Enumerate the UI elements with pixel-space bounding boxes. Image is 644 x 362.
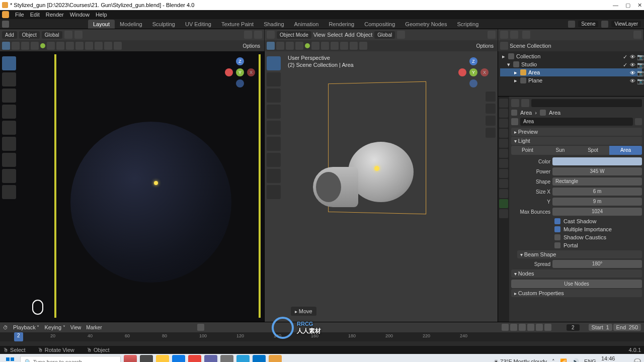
nav-gizmo-right[interactable]: Z Y X bbox=[458, 57, 489, 87]
timeline-view-menu[interactable]: View bbox=[70, 325, 82, 330]
props-type-icon[interactable] bbox=[511, 99, 519, 107]
sizex-input[interactable]: 6 m bbox=[552, 188, 642, 196]
visible-icon[interactable]: 👁 bbox=[630, 54, 635, 59]
exclude-icon[interactable]: ✓ bbox=[623, 62, 628, 67]
physics-tab-icon[interactable] bbox=[499, 179, 508, 188]
light-gizmo-icon[interactable] bbox=[374, 166, 379, 171]
show-gizmo-icon[interactable] bbox=[47, 42, 55, 50]
section-nodes[interactable]: ▾ Nodes bbox=[511, 269, 642, 278]
outliner-item-collection[interactable]: ▸ Collection ✓👁📷 bbox=[500, 52, 642, 60]
mode-dropdown[interactable]: Object Mode bbox=[277, 31, 311, 39]
tab-geometry-nodes[interactable]: Geometry Nodes bbox=[400, 20, 452, 29]
annotate-tool-r[interactable] bbox=[267, 153, 281, 167]
spread-input[interactable]: 180° bbox=[552, 260, 642, 268]
cursor-tool[interactable] bbox=[2, 72, 16, 86]
transform-tool-r[interactable] bbox=[267, 137, 281, 151]
timeline-ruler[interactable]: 2 20 40 60 80 100 120 140 160 180 200 22… bbox=[0, 332, 644, 341]
gun-mesh[interactable] bbox=[313, 137, 419, 222]
sizey-input[interactable]: 9 m bbox=[552, 198, 642, 206]
addcube-tool[interactable] bbox=[2, 185, 16, 199]
section-custom-props[interactable]: ▸ Custom Properties bbox=[511, 289, 642, 297]
wifi-icon[interactable]: 📶 bbox=[560, 358, 567, 363]
exclude-icon[interactable]: ✓ bbox=[623, 54, 628, 59]
overlay-b-icon[interactable] bbox=[321, 42, 329, 50]
telegram-icon[interactable] bbox=[236, 355, 250, 362]
taskbar-search[interactable]: 🔍 Type here to search bbox=[20, 356, 121, 362]
mode3b-icon[interactable] bbox=[286, 42, 294, 50]
scale-tool[interactable] bbox=[2, 121, 16, 135]
wireframe-icon[interactable] bbox=[75, 42, 84, 50]
tab-sculpting[interactable]: Sculpting bbox=[147, 20, 180, 29]
light-type-radio[interactable]: Point Sun Spot Area bbox=[511, 146, 642, 155]
mode4-icon[interactable] bbox=[31, 42, 39, 50]
outliner-item-plane[interactable]: ▸ Plane 👁📷 bbox=[500, 76, 642, 84]
edge-icon[interactable] bbox=[172, 355, 185, 362]
xray-icon[interactable] bbox=[66, 42, 74, 50]
prev-key-icon[interactable] bbox=[510, 324, 517, 331]
shading-icon[interactable] bbox=[244, 31, 252, 39]
filter-icon[interactable] bbox=[510, 31, 518, 39]
minimize-icon[interactable]: — bbox=[613, 2, 618, 9]
pan-icon[interactable] bbox=[486, 104, 496, 114]
keying-menu[interactable]: Keying ˅ bbox=[44, 324, 65, 330]
current-frame-input[interactable]: 2 bbox=[567, 324, 580, 331]
axis-z-neg-icon[interactable] bbox=[236, 79, 244, 87]
shape-dropdown[interactable]: Rectangle bbox=[552, 177, 642, 186]
axis-z-r-icon[interactable]: Z bbox=[469, 57, 477, 65]
light-type-point[interactable]: Point bbox=[511, 146, 544, 155]
tab-texture-paint[interactable]: Texture Paint bbox=[216, 20, 259, 29]
measure-tool-r[interactable] bbox=[267, 169, 281, 183]
world-tab-icon[interactable] bbox=[499, 139, 508, 148]
search-icon[interactable] bbox=[522, 31, 530, 39]
section-light[interactable]: ▾ Light bbox=[511, 137, 642, 145]
end-frame-input[interactable]: End 250 bbox=[613, 324, 641, 331]
viewport-left[interactable]: Z Y X bbox=[0, 51, 265, 322]
explorer-icon[interactable] bbox=[156, 355, 169, 362]
crumb-object[interactable]: Area bbox=[520, 110, 532, 116]
render-icon[interactable]: 📷 bbox=[637, 70, 642, 75]
props-search-icon[interactable] bbox=[521, 99, 529, 107]
orientation-dropdown-b[interactable]: Global bbox=[374, 31, 395, 39]
render-icon[interactable]: 📷 bbox=[637, 78, 642, 83]
maximize-icon[interactable]: ▢ bbox=[625, 2, 630, 9]
tab-uv-editing[interactable]: UV Editing bbox=[180, 20, 216, 29]
render-icon[interactable]: 📷 bbox=[637, 62, 642, 67]
document-icon[interactable] bbox=[2, 21, 9, 28]
color-swatch[interactable] bbox=[552, 157, 642, 165]
visible-icon[interactable]: 👁 bbox=[630, 78, 635, 83]
outliner-item-studio[interactable]: ▾ Studio ✓👁📷 bbox=[500, 60, 642, 68]
tab-compositing[interactable]: Compositing bbox=[359, 20, 400, 29]
tab-layout[interactable]: Layout bbox=[88, 20, 115, 29]
datablock-name-input[interactable]: Area bbox=[520, 118, 633, 126]
section-preview[interactable]: ▸ Preview bbox=[511, 128, 642, 136]
mode2b-icon[interactable] bbox=[276, 42, 284, 50]
add-menu[interactable]: Add bbox=[2, 31, 17, 39]
volume-icon[interactable]: 🔊 bbox=[572, 358, 579, 363]
scale-tool-r[interactable] bbox=[267, 121, 281, 135]
outliner-type-icon[interactable] bbox=[500, 31, 508, 39]
snap-toggle[interactable] bbox=[64, 31, 72, 39]
camera-view-icon[interactable] bbox=[486, 116, 496, 126]
annotate-tool[interactable] bbox=[2, 153, 16, 167]
rendered-b-icon[interactable] bbox=[350, 42, 358, 50]
constraint-tab-icon[interactable] bbox=[499, 189, 508, 198]
view-menu[interactable]: View bbox=[313, 32, 326, 38]
axis-y-r-icon[interactable]: Y bbox=[469, 68, 477, 76]
outliner-item-area[interactable]: ▸ Area 👁📷 bbox=[500, 68, 642, 76]
viewlayer-icon[interactable] bbox=[601, 21, 608, 28]
snap-toggle-b[interactable] bbox=[397, 31, 405, 39]
select-mode-b-icon[interactable] bbox=[267, 42, 275, 50]
axis-z-neg-r-icon[interactable] bbox=[469, 79, 477, 87]
weather-widget[interactable]: ☀ 73°F Mostly cloudy bbox=[494, 358, 547, 363]
outliner[interactable]: ▸ Collection ✓👁📷 ▾ Studio ✓👁📷 ▸ Area 👁📷 … bbox=[498, 51, 644, 97]
select-tool[interactable] bbox=[2, 56, 16, 70]
jump-start-icon[interactable] bbox=[502, 324, 509, 331]
visible-icon[interactable]: 👁 bbox=[630, 62, 635, 67]
menu-render[interactable]: Render bbox=[46, 12, 64, 18]
viewlayer-tab-icon[interactable] bbox=[499, 119, 508, 128]
taskbar-app-1[interactable] bbox=[124, 355, 137, 362]
play-icon[interactable] bbox=[527, 324, 534, 331]
bounces-input[interactable]: 1024 bbox=[552, 208, 642, 216]
menu-window[interactable]: Window bbox=[70, 12, 90, 18]
teams-icon[interactable] bbox=[204, 355, 217, 362]
